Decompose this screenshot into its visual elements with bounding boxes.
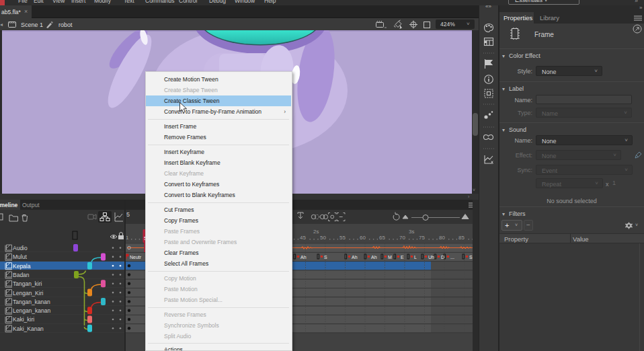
svg-text:75: 75 (419, 235, 425, 241)
svg-text:1: 1 (126, 235, 129, 241)
svg-text:70: 70 (399, 235, 405, 241)
svg-text:S: S (324, 255, 327, 260)
svg-text:2s: 2s (313, 229, 319, 235)
svg-text:Ah: Ah (371, 255, 377, 260)
svg-text:80: 80 (439, 235, 445, 241)
svg-text:Ah: Ah (352, 255, 358, 260)
svg-text:E: E (401, 255, 404, 260)
svg-text:3s: 3s (409, 229, 414, 235)
svg-text:M: M (388, 255, 392, 260)
svg-text:D: D (441, 255, 444, 260)
svg-text:...: ... (450, 255, 454, 260)
svg-text:Ah: Ah (300, 255, 307, 260)
svg-text:65: 65 (379, 235, 385, 241)
svg-text:60: 60 (360, 235, 366, 241)
svg-text:55: 55 (339, 235, 346, 241)
svg-text:85: 85 (458, 235, 465, 241)
svg-text:Neutr: Neutr (130, 255, 142, 260)
svg-text:50: 50 (320, 235, 326, 241)
svg-text:Uh: Uh (428, 255, 434, 260)
svg-text:L: L (414, 255, 417, 260)
svg-text:45: 45 (300, 235, 306, 241)
